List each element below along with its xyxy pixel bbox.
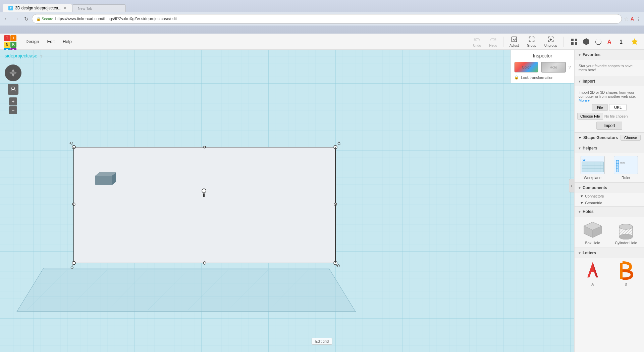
- ruler-helper[interactable]: mm Ruler: [611, 156, 642, 180]
- logo-i: I: [10, 35, 16, 41]
- box-view-btn[interactable]: [581, 36, 592, 47]
- holes-section: ▼ Holes: [575, 207, 644, 248]
- holes-header[interactable]: ▼ Holes: [575, 207, 644, 217]
- tab-favicon: T: [8, 6, 13, 10]
- ungroup-btn[interactable]: Ungroup: [541, 34, 560, 49]
- favorites-section: ▼ Favorites Star your favorite shapes to…: [575, 50, 644, 76]
- menu-dots-icon[interactable]: ⋮: [636, 16, 641, 22]
- active-tab[interactable]: T 3D design sideprojectca... ✕: [3, 4, 72, 12]
- star-view-btn[interactable]: [629, 36, 640, 47]
- cylinder-hole-item[interactable]: Cylinder Hole: [611, 219, 642, 245]
- back-btn[interactable]: ←: [3, 15, 11, 23]
- url-tab-btn[interactable]: URL: [609, 104, 627, 111]
- reset-view-btn[interactable]: [8, 84, 18, 95]
- new-tab-label: New Tab: [78, 6, 92, 10]
- favorites-arrow: ▼: [578, 53, 581, 57]
- svg-rect-43: [582, 162, 603, 172]
- inspector-panel: Inspector Color Hole ? 🔒 Lock transforma…: [511, 50, 574, 83]
- shape-gen-arrow: ▼: [578, 135, 582, 140]
- favorites-header[interactable]: ▼ Favorites: [575, 50, 644, 60]
- helpers-section: ▼ Helpers: [575, 143, 644, 183]
- import-desc: Import 2D or 3D shapes from your compute…: [577, 89, 641, 104]
- secure-badge: 🔒 Secure: [36, 17, 53, 21]
- box-hole-item[interactable]: Box Hole: [577, 219, 608, 245]
- grid-view-btn[interactable]: [569, 36, 580, 47]
- helpers-header[interactable]: ▼ Helpers: [575, 143, 644, 153]
- redo-btn[interactable]: Redo: [486, 34, 500, 49]
- svg-text:1: 1: [620, 39, 623, 45]
- tinkercad-logo[interactable]: T I N K E R C A D: [4, 35, 17, 48]
- panel-collapse-btn[interactable]: ›: [569, 179, 574, 192]
- svg-rect-38: [203, 193, 205, 197]
- shape-generators-header[interactable]: ▼ Shape Generators Choose: [575, 133, 644, 143]
- shape-gen-choose-btn[interactable]: Choose: [621, 135, 641, 141]
- right-panel: ▼ Favorites Star your favorite shapes to…: [574, 50, 644, 352]
- collapse-arrow-icon: ›: [571, 183, 572, 188]
- svg-rect-50: [616, 160, 619, 172]
- letter-a-item[interactable]: A: [577, 261, 608, 286]
- letter-b-item[interactable]: B: [611, 261, 642, 286]
- url-text: https://www.tinkercad.com/things/fPZvxko…: [55, 16, 177, 21]
- shape-generators-section: ▼ Shape Generators Choose: [575, 133, 644, 143]
- hole-btn[interactable]: Hole: [541, 62, 566, 73]
- project-title[interactable]: sideprojectcase: [5, 53, 37, 58]
- edit-grid-btn[interactable]: Edit grid: [312, 338, 332, 345]
- adobe-icon[interactable]: A: [631, 16, 634, 21]
- shape-icons: A 1: [569, 36, 640, 47]
- cylinder-hole-label: Cylinder Hole: [615, 241, 637, 245]
- import-arrow: ▼: [578, 80, 581, 83]
- new-tab[interactable]: New Tab: [72, 4, 126, 12]
- edit-menu-item[interactable]: Edit: [44, 38, 58, 45]
- design-menu-item[interactable]: Design: [22, 38, 42, 45]
- help-menu-item[interactable]: Help: [59, 38, 75, 45]
- file-row: Choose File No file chosen: [577, 113, 641, 120]
- zoom-out-btn[interactable]: −: [9, 106, 17, 114]
- text-view-btn[interactable]: A: [605, 36, 616, 47]
- letters-header[interactable]: ▼ Letters: [575, 248, 644, 258]
- letter-a-label: A: [591, 282, 594, 286]
- address-bar[interactable]: 🔒 Secure https://www.tinkercad.com/thing…: [32, 14, 622, 24]
- logo-n: N: [4, 42, 10, 48]
- box-hole-img: [581, 219, 605, 239]
- choose-file-btn[interactable]: Choose File: [577, 113, 603, 120]
- geometric-arrow: ▼: [580, 201, 584, 205]
- workplane-helper[interactable]: W Workplane: [577, 156, 608, 180]
- refresh-btn[interactable]: ↻: [23, 15, 30, 23]
- holes-arrow: ▼: [578, 210, 581, 214]
- components-header[interactable]: ▼ Components: [575, 183, 644, 193]
- letter-b-label: B: [625, 282, 627, 286]
- viewport[interactable]: ↻ ↻ ↻ ↻: [0, 50, 644, 352]
- import-more-link[interactable]: More ▸: [579, 98, 590, 102]
- import-btn[interactable]: Import: [596, 122, 622, 130]
- svg-text:W: W: [583, 158, 586, 162]
- cylinder-hole-img: [614, 219, 638, 239]
- lock-row: 🔒 Lock transformation: [514, 75, 571, 80]
- help-question-btn[interactable]: ?: [40, 54, 43, 59]
- svg-text:mm: mm: [620, 161, 625, 164]
- favorites-desc: Star your favorite shapes to save them h…: [577, 62, 641, 73]
- inspector-help-icon[interactable]: ?: [569, 65, 571, 70]
- box-hole-label: Box Hole: [585, 241, 600, 245]
- tab-close-btn[interactable]: ✕: [63, 6, 66, 10]
- rotate-view-btn[interactable]: [593, 36, 604, 47]
- letter-a-img: [581, 261, 605, 281]
- bookmark-icon[interactable]: ☆: [624, 16, 629, 22]
- zoom-in-btn[interactable]: +: [9, 97, 17, 105]
- address-bar-row: ← → ↻ 🔒 Secure https://www.tinkercad.com…: [0, 12, 644, 26]
- connectors-item[interactable]: ▼ Connectors: [575, 193, 644, 200]
- nav-control[interactable]: ⌂: [5, 64, 21, 81]
- adjust-btn[interactable]: Adjust: [506, 34, 522, 49]
- address-right: ☆ A ⋮: [624, 16, 641, 22]
- lock-icon: 🔒: [514, 75, 519, 80]
- browser-chrome: T 3D design sideprojectca... ✕ New Tab ←…: [0, 0, 644, 34]
- number-view-btn[interactable]: 1: [617, 36, 628, 47]
- geometric-item[interactable]: ▼ Geometric: [575, 200, 644, 206]
- import-header[interactable]: ▼ Import: [575, 76, 644, 86]
- toolbar: Undo Redo Adjust Group Ungroup: [470, 34, 640, 49]
- color-btn[interactable]: Color: [514, 62, 538, 73]
- forward-btn[interactable]: →: [13, 15, 21, 23]
- group-btn[interactable]: Group: [524, 34, 540, 49]
- undo-btn[interactable]: Undo: [470, 34, 484, 49]
- logo-t: T: [4, 35, 10, 41]
- file-tab-btn[interactable]: File: [592, 104, 608, 111]
